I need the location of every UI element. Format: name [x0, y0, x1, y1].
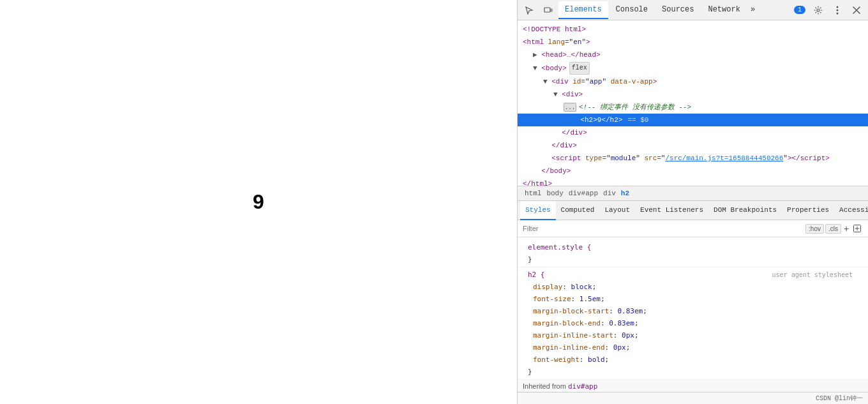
inherited-from-selector: div#app [568, 382, 597, 391]
cls-button[interactable]: .cls [825, 224, 841, 234]
more-options-icon[interactable] [828, 1, 846, 19]
svg-point-3 [837, 6, 839, 8]
tree-html-close[interactable]: </html> [518, 177, 868, 186]
styles-panel: Styles Computed Layout Event Listeners D… [518, 201, 868, 392]
tree-doctype[interactable]: <!DOCTYPE html> [518, 23, 868, 36]
settings-icon[interactable] [809, 1, 827, 19]
tab-properties[interactable]: Properties [782, 201, 834, 220]
breadcrumb-html[interactable]: html [523, 189, 543, 198]
tree-html-open[interactable]: <html lang="en"> [518, 36, 868, 49]
tree-body-open[interactable]: ▼ <body> flex [518, 61, 868, 75]
breadcrumb-h2[interactable]: h2 [619, 189, 631, 198]
css-prop-margin-block-end[interactable]: margin-block-end: 0.83em; [523, 317, 863, 329]
tree-head[interactable]: ▶ <head>…</head> [518, 49, 868, 61]
tab-computed[interactable]: Computed [556, 201, 600, 220]
svg-point-5 [837, 12, 839, 14]
cursor-icon[interactable] [520, 1, 538, 19]
tree-script[interactable]: <script type="module" src="/src/main.js?… [518, 152, 868, 165]
css-close-brace: } [528, 255, 532, 264]
css-rules: element.style { } h2 { user agent styles… [518, 237, 868, 392]
tree-div-close2[interactable]: </div> [518, 139, 868, 152]
device-toggle-icon[interactable] [539, 1, 557, 19]
devtools-panel: Elements Console Sources Network » 1 [517, 0, 868, 404]
filter-bar: :hov .cls + [518, 220, 868, 237]
tab-dom-breakpoints[interactable]: DOM Breakpoints [708, 201, 782, 220]
breadcrumb: html body div#app div h2 [518, 186, 868, 201]
tab-layout[interactable]: Layout [599, 201, 635, 220]
css-prop-margin-block-start[interactable]: margin-block-start: 0.83em; [523, 305, 863, 317]
tab-more[interactable]: » [748, 1, 758, 19]
bottom-bar: CSDN @lin钟一 [518, 392, 868, 404]
css-rule-element-style: element.style { } [518, 240, 868, 267]
breadcrumb-body[interactable]: body [544, 189, 565, 198]
tab-network[interactable]: Network [701, 1, 746, 19]
breadcrumb-divapp[interactable]: div#app [567, 189, 600, 198]
tree-div[interactable]: ▼ <div> [518, 88, 868, 101]
tab-console[interactable]: Console [610, 1, 654, 19]
tab-event-listeners[interactable]: Event Listeners [635, 201, 708, 220]
svg-point-4 [837, 9, 839, 11]
svg-point-2 [817, 9, 819, 11]
css-source-useragent: user agent stylesheet [772, 269, 853, 280]
tree-body-close[interactable]: </body> [518, 165, 868, 177]
tab-accessibility[interactable]: Accessibility [834, 201, 868, 220]
css-selector-element-style[interactable]: element.style { [528, 243, 591, 251]
css-prop-margin-inline-start[interactable]: margin-inline-start: 0px; [523, 329, 863, 341]
html-tree: <!DOCTYPE html> <html lang="en"> ▶ <head… [518, 20, 868, 186]
svg-rect-0 [544, 8, 550, 12]
tree-h2[interactable]: <h2>9</h2> == $0 [518, 114, 868, 126]
devtools-toolbar: Elements Console Sources Network » 1 [518, 0, 868, 20]
tree-comment[interactable]: ... <!-- 绑定事件 没有传递参数 --> [518, 101, 868, 114]
css-rule-h2: h2 { user agent stylesheet display: bloc… [518, 267, 868, 380]
filter-input[interactable] [523, 225, 804, 232]
breadcrumb-div[interactable]: div [601, 189, 618, 198]
inherited-header: Inherited from div#app [518, 380, 868, 392]
tab-elements[interactable]: Elements [558, 1, 608, 19]
styles-tabs: Styles Computed Layout Event Listeners D… [518, 201, 868, 220]
tab-sources[interactable]: Sources [655, 1, 700, 19]
css-selector-h2[interactable]: h2 { [528, 269, 545, 280]
css-prop-font-weight[interactable]: font-weight: bold; [523, 354, 863, 366]
hov-button[interactable]: :hov [805, 224, 824, 234]
close-icon[interactable] [848, 1, 865, 19]
expand-styles-icon[interactable] [851, 223, 863, 234]
tree-div-app[interactable]: ▼ <div id="app" data-v-app> [518, 75, 868, 88]
page-number: 9 [253, 190, 264, 214]
tree-div-close1[interactable]: </div> [518, 126, 868, 139]
tab-styles[interactable]: Styles [520, 201, 556, 220]
bottom-text: CSDN @lin钟一 [816, 395, 863, 402]
more-tabs-icon: » [751, 5, 755, 14]
css-prop-font-size[interactable]: font-size: 1.5em; [523, 293, 863, 305]
css-prop-display[interactable]: display: block; [523, 281, 863, 293]
notification-badge: 1 [794, 6, 805, 14]
page-area: 9 [0, 0, 517, 404]
svg-rect-1 [551, 9, 552, 11]
css-prop-margin-inline-end[interactable]: margin-inline-end: 0px; [523, 341, 863, 354]
add-style-button[interactable]: + [841, 223, 851, 234]
